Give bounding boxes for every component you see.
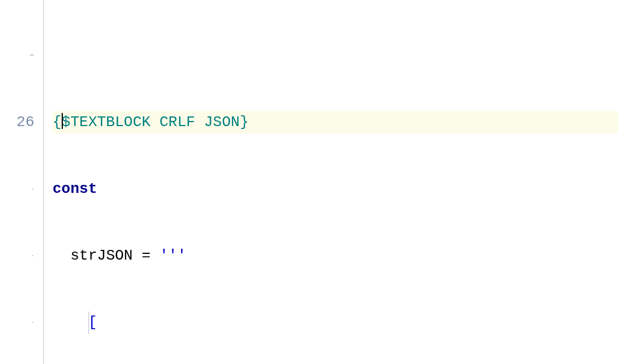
line-number-dot: · [0,178,34,200]
fold-marker-top[interactable]: − [0,45,34,67]
indent [53,312,88,334]
assign-op: = [133,245,159,267]
line-number-dot: · [0,312,34,334]
line-number-dot: · [0,245,34,267]
triple-quote-open: ''' [159,245,186,267]
keyword-const: const [53,178,97,200]
line-number: 26 [0,111,34,134]
directive-open-brace: { [53,114,62,131]
directive-text: $TEXTBLOCK CRLF JSON [62,114,240,131]
code-line-array-open[interactable]: [ [53,312,618,334]
code-line-const[interactable]: const [53,178,618,200]
directive-close-brace: } [240,114,249,131]
identifier-strjson: strJSON [70,245,133,267]
line-number-gutter: − 26 · · · 30 · · · · − [0,0,39,364]
code-line-directive[interactable]: {$TEXTBLOCK CRLF JSON} [53,111,618,134]
code-line-assign[interactable]: strJSON = ''' [53,245,618,267]
code-editor-area[interactable]: {$TEXTBLOCK CRLF JSON} const strJSON = '… [49,0,618,364]
fold-column [39,0,49,364]
text-caret [62,113,63,129]
indent [53,245,70,267]
json-bracket-open: [ [88,312,97,334]
code-line-empty[interactable] [53,45,618,67]
